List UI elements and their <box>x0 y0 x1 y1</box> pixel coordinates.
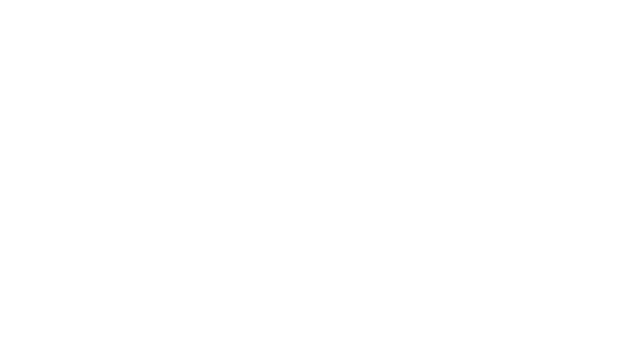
connector-lines <box>0 0 644 362</box>
diagram-container <box>0 0 644 362</box>
